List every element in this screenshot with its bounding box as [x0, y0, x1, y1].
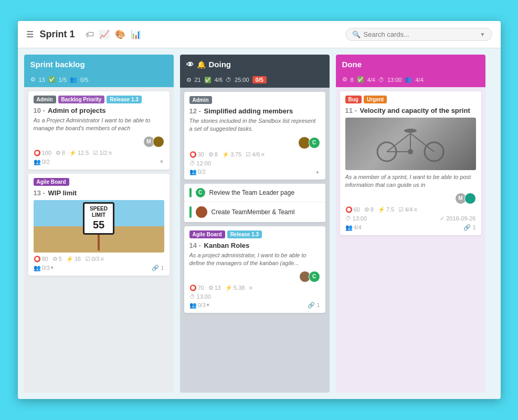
card-10-avatars: M	[143, 136, 164, 148]
done-header: Done	[336, 55, 485, 74]
sign-text: SPEED LIMIT 55	[83, 202, 114, 235]
card-12-meta: ⭕ 30 ⚙ 8 ⚡ 3.75 ☑ 4/6 ≡	[189, 151, 320, 158]
card-10-meta: ⭕ 100 ⚙ 8 ⚡ 12.5 ☑ 1/2 ≡	[34, 150, 164, 156]
weight-item: ⚡ 12.5	[69, 150, 89, 156]
checklist-item-1[interactable]: C Review the Team Leader page	[184, 184, 325, 202]
done-settings-count: 8	[351, 77, 354, 83]
search-dropdown-arrow[interactable]: ▼	[480, 32, 485, 37]
eye-icon: 👁	[186, 60, 194, 69]
gears-item: ⚙ 8	[56, 150, 65, 156]
sprint-backlog-checks: 1/5	[59, 77, 67, 83]
doing-header: 👁 🔔 Doing	[180, 55, 330, 74]
dropdown-14[interactable]: ▼	[206, 302, 210, 308]
sprint-backlog-stats: ⚙ 13 ✅ 1/5 👥 0/5	[24, 74, 174, 87]
dropdown-12[interactable]: ▲	[315, 169, 320, 174]
tag-agile-14: Agile Board	[189, 230, 225, 238]
done-body: Bug Urgent 11 - Velocity and capacity of…	[336, 87, 485, 393]
avatar-11-2	[464, 193, 476, 204]
tag-agile-board: Agile Board	[34, 178, 69, 186]
card-12-desc: The stories included in the Sandbox list…	[189, 117, 320, 133]
checklist-item-2[interactable]: Create TeamMember & Teaml	[184, 202, 325, 222]
card-12-team-row: 👥 0/2 ▲	[189, 169, 320, 175]
done-stats: ⚙ 8 ✅ 4/4 ⏱ 13:00 👥 4/4	[336, 74, 485, 87]
card-13-tags: Agile Board	[34, 178, 164, 186]
palette-icon[interactable]: 🎨	[115, 29, 125, 39]
check-icon: ✅	[48, 76, 56, 83]
card-10-tags: Admin Backlog Priority Release 1.3	[34, 96, 164, 103]
doing-settings-icon: ⚙	[186, 77, 192, 83]
tag-admin: Admin	[34, 96, 56, 103]
sprint-backlog-people: 0/5	[80, 77, 88, 83]
team-11: 👥 4/4	[345, 224, 362, 231]
tag-release-14: Release 1.3	[227, 230, 262, 238]
card-11-meta: ⭕ 60 ⚙ 8 ⚡ 7.5 ☑ 4/4 ≡	[345, 206, 476, 213]
done-settings-icon: ⚙	[342, 76, 347, 83]
tag-icon[interactable]: 🏷	[86, 30, 94, 39]
card-10-meta-left: ⭕ 100 ⚙ 8 ⚡ 12.5 ☑ 1/2 ≡	[34, 150, 112, 156]
card-14-desc: As a project administrator, I want to be…	[189, 251, 320, 268]
column-doing: 👁 🔔 Doing ⚙ 21 ✅ 4/6 ⏱ 25:00 0/5 Admin	[180, 55, 330, 393]
checklist-text-1: Review the Team Leader page	[209, 189, 295, 196]
card-11[interactable]: Bug Urgent 11 - Velocity and capacity of…	[340, 91, 481, 235]
card-12[interactable]: Admin 12 - Simplified adding members The…	[184, 92, 325, 180]
team-stat-13: 👥 0/3	[34, 265, 50, 271]
card-12-avatars: C	[298, 136, 320, 149]
weight-13: ⚡ 16	[66, 256, 81, 262]
dropdown-10[interactable]: ▼	[160, 159, 164, 164]
card-13-meta-left: ⭕ 80 ⚙ 5 ⚡ 16 ☑ 0/3 ≡	[34, 256, 104, 262]
tag-release-13: Release 1.3	[107, 96, 142, 103]
hamburger-icon[interactable]: ☰	[26, 29, 34, 39]
check-item: ☑ 1/2 ≡	[93, 150, 112, 156]
card-10[interactable]: Admin Backlog Priority Release 1.3 10 - …	[28, 91, 170, 170]
doing-body: Admin 12 - Simplified adding members The…	[180, 88, 330, 393]
link-14: 🔗 1	[308, 302, 320, 309]
chart-icon[interactable]: 📊	[131, 29, 141, 39]
timer-11: ⏱ 13:00	[345, 215, 367, 222]
done-timer-icon: ⏱	[378, 77, 384, 83]
card-13[interactable]: Agile Board 13 - WIP limit SPEED LIMIT 5…	[28, 174, 170, 276]
checklist-text-2: Create TeamMember & Teaml	[212, 208, 295, 216]
svg-point-7	[408, 149, 413, 154]
card-12-footer: C	[189, 136, 320, 149]
card-11-title: 11 - Velocity and capacity of the sprint	[345, 107, 476, 114]
sprint-backlog-body: Admin Backlog Priority Release 1.3 10 - …	[24, 87, 174, 393]
column-done: Done ⚙ 8 ✅ 4/4 ⏱ 13:00 👥 4/4 Bug Urgent	[336, 55, 485, 393]
sprint-title: Sprint 1	[40, 29, 75, 40]
board: Sprint backlog ⚙ 13 ✅ 1/5 👥 0/5 Admin Ba…	[18, 48, 501, 399]
tag-urgent: Urgent	[364, 96, 387, 103]
doing-blocked-badge: 0/5	[252, 76, 267, 83]
link-13: 🔗 1	[152, 265, 164, 271]
checklist-dot-1: C	[196, 188, 205, 197]
check-13: ☑ 0/3 ≡	[85, 256, 104, 262]
card-11-tags: Bug Urgent	[345, 96, 476, 103]
card-14-meta: ⭕ 70 ⚙ 13 ⚡ 5.38 ≡	[189, 285, 320, 291]
card-14-team-row: 👥 0/3 ▼ 🔗 1	[189, 302, 320, 309]
card-13-team: 👥 0/3 ▼ 🔗 1	[34, 265, 164, 271]
dropdown-13[interactable]: ▼	[50, 265, 55, 270]
done-check-icon: ✅	[357, 76, 364, 83]
doing-timer: 25:00	[235, 77, 249, 83]
card-13-image: SPEED LIMIT 55	[34, 200, 164, 253]
points-item: ⭕ 100	[34, 150, 51, 156]
card-11-footer: M	[345, 193, 476, 204]
checklist-group: C Review the Team Leader page Create Tea…	[184, 184, 325, 222]
doing-timer-icon: ⏱	[226, 77, 231, 83]
search-input[interactable]	[364, 30, 477, 38]
trending-icon[interactable]: 📈	[99, 29, 110, 39]
header: ☰ Sprint 1 🏷 📈 🎨 📊 🔍 ▼	[18, 21, 501, 48]
done-people-icon: 👥	[405, 76, 412, 83]
avatar-14-2: C	[309, 271, 320, 282]
checklist-avatar-2	[196, 206, 207, 218]
card-10-desc: As a Project Administrator I want to be …	[34, 117, 164, 133]
done-people: 4/4	[415, 77, 423, 83]
search-bar[interactable]: 🔍 ▼	[345, 28, 492, 41]
card-14[interactable]: Agile Board Release 1.3 14 - Kanban Role…	[184, 226, 325, 313]
page-title: Sprint 1	[40, 29, 75, 40]
points-13: ⭕ 80	[34, 256, 48, 262]
doing-title: Doing	[209, 60, 231, 69]
tag-admin-12: Admin	[189, 96, 212, 104]
sprint-backlog-settings-count: 13	[39, 77, 45, 83]
card-14-time: ⏱ 13:00	[189, 293, 320, 300]
avatar-2	[153, 136, 164, 148]
timer-12: ⏱ 12:00	[189, 160, 212, 166]
